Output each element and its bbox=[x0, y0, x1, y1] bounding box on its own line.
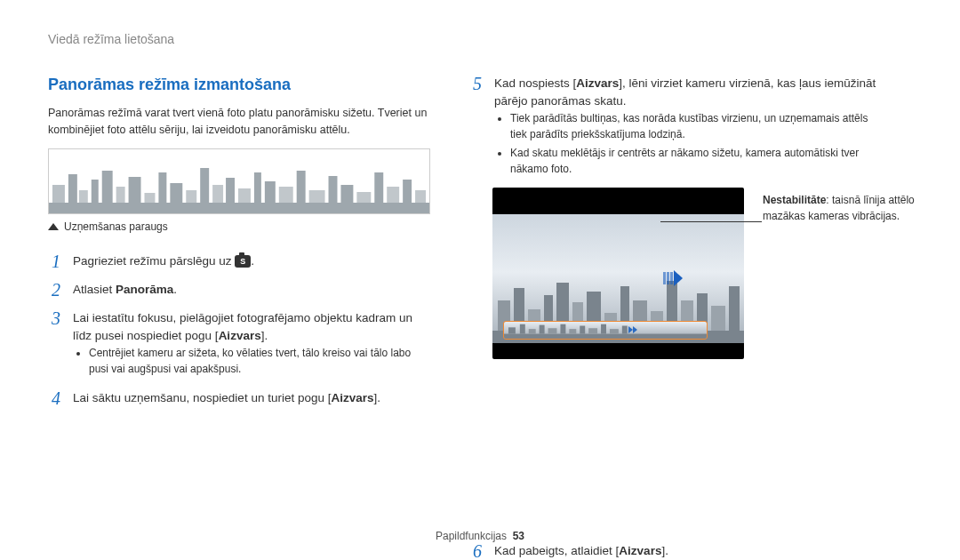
panorama-sample-image bbox=[48, 148, 430, 214]
direction-arrow-icon bbox=[663, 270, 683, 286]
svg-rect-7 bbox=[129, 177, 141, 203]
svg-rect-44 bbox=[729, 286, 740, 331]
svg-rect-50 bbox=[548, 328, 557, 333]
content-columns: Panorāmas režīma izmantošana Panorāmas r… bbox=[48, 73, 912, 560]
svg-rect-2 bbox=[68, 174, 77, 203]
triangle-up-icon bbox=[48, 223, 59, 230]
step-number: 3 bbox=[48, 308, 64, 329]
svg-rect-21 bbox=[329, 176, 338, 203]
svg-rect-5 bbox=[102, 171, 113, 203]
step-4: 4 Lai sāktu uzņemšanu, nospiediet un tur… bbox=[48, 388, 430, 409]
step6-pre: Kad pabeigts, atlaidiet [ bbox=[494, 544, 619, 557]
camera-preview bbox=[492, 188, 744, 359]
svg-rect-49 bbox=[540, 325, 545, 334]
step2-pre: Atlasiet bbox=[73, 283, 116, 296]
svg-rect-20 bbox=[309, 190, 325, 203]
svg-rect-54 bbox=[588, 328, 597, 333]
svg-rect-15 bbox=[238, 188, 251, 203]
step5-bullet-0: Tiek parādītās bultiņas, kas norāda kust… bbox=[510, 111, 878, 142]
svg-rect-4 bbox=[92, 180, 99, 203]
page-footer: Papildfunkcijas 53 bbox=[0, 529, 960, 544]
svg-rect-6 bbox=[116, 187, 125, 203]
svg-rect-51 bbox=[560, 324, 565, 334]
mode-dial-s-icon: S bbox=[235, 255, 251, 268]
left-column: Panorāmas režīma izmantošana Panorāmas r… bbox=[48, 73, 430, 560]
step5-bullet-1: Kad skatu meklētājs ir centrēts ar nākam… bbox=[510, 146, 878, 177]
step4-pre: Lai sāktu uzņemšanu, nospiediet un turie… bbox=[73, 391, 331, 404]
step1-post: . bbox=[251, 254, 254, 268]
svg-rect-26 bbox=[403, 180, 412, 203]
footer-label: Papildfunkcijas bbox=[436, 530, 507, 542]
step3-bold: Aizvars bbox=[219, 329, 261, 342]
svg-rect-57 bbox=[622, 326, 628, 334]
step3-post: ]. bbox=[261, 329, 268, 342]
svg-rect-19 bbox=[297, 171, 306, 203]
svg-rect-27 bbox=[415, 190, 426, 203]
svg-rect-9 bbox=[158, 172, 166, 203]
step5-bold: Aizvars bbox=[576, 76, 619, 90]
svg-rect-0 bbox=[49, 203, 429, 213]
svg-rect-1 bbox=[52, 185, 65, 203]
step6-post: ]. bbox=[661, 544, 668, 557]
section-title: Panorāmas režīma izmantošana bbox=[48, 73, 430, 96]
svg-rect-12 bbox=[200, 168, 209, 203]
step-1: 1 Pagrieziet režīmu pārslēgu uz S. bbox=[48, 251, 430, 272]
annotation-leader-line bbox=[660, 221, 762, 222]
svg-rect-13 bbox=[212, 185, 223, 203]
step-body: Lai sāktu uzņemšanu, nospiediet un turie… bbox=[73, 388, 380, 407]
intro-text: Panorāmas režīmā varat tvert vienā foto … bbox=[48, 105, 430, 137]
svg-rect-25 bbox=[387, 187, 399, 203]
step3-bullet: Centrējiet kameru ar sižeta, ko vēlaties… bbox=[89, 346, 430, 377]
svg-rect-47 bbox=[520, 324, 525, 334]
step4-bold: Aizvars bbox=[331, 391, 373, 404]
step-5: 5 Kad nospiests [Aizvars], lēni virziet … bbox=[469, 73, 878, 180]
step-body: Atlasiet Panorāma. bbox=[73, 279, 177, 299]
svg-rect-53 bbox=[580, 326, 585, 334]
svg-rect-22 bbox=[340, 185, 353, 203]
annotation-bold: Nestabilitāte bbox=[763, 194, 826, 206]
step1-pre: Pagrieziet režīmu pārslēgu uz bbox=[73, 254, 235, 268]
step-number: 5 bbox=[469, 73, 485, 94]
step-2: 2 Atlasiet Panorāma. bbox=[48, 279, 430, 300]
svg-rect-11 bbox=[186, 190, 196, 203]
svg-rect-3 bbox=[79, 190, 88, 203]
svg-rect-52 bbox=[569, 329, 576, 333]
svg-rect-16 bbox=[254, 172, 261, 203]
svg-rect-56 bbox=[610, 329, 619, 333]
caption-text: Uzņemšanas paraugs bbox=[64, 220, 168, 235]
svg-rect-45 bbox=[504, 334, 707, 339]
svg-rect-23 bbox=[356, 192, 371, 203]
svg-rect-55 bbox=[601, 324, 606, 334]
strip-direction-icon bbox=[628, 326, 637, 333]
panorama-strip-indicator bbox=[503, 321, 708, 340]
svg-rect-18 bbox=[279, 187, 293, 203]
svg-rect-14 bbox=[226, 178, 235, 203]
step5-pre: Kad nospiests [ bbox=[494, 76, 576, 90]
step6-bold: Aizvars bbox=[619, 544, 661, 557]
svg-rect-8 bbox=[144, 193, 155, 203]
step-number: 1 bbox=[48, 251, 64, 272]
step-body: Kad nospiests [Aizvars], lēni virziet ka… bbox=[494, 73, 878, 180]
svg-rect-24 bbox=[374, 172, 383, 203]
step4-post: ]. bbox=[373, 391, 380, 404]
step-body: Pagrieziet režīmu pārslēgu uz S. bbox=[73, 251, 254, 270]
sample-caption: Uzņemšanas paraugs bbox=[48, 220, 430, 235]
svg-rect-17 bbox=[265, 181, 276, 203]
svg-rect-48 bbox=[529, 329, 536, 333]
step-number: 2 bbox=[48, 279, 64, 300]
annotation-text: Nestabilitāte: taisnā līnija attēlo mazā… bbox=[763, 193, 940, 224]
step-number: 4 bbox=[48, 388, 64, 409]
svg-rect-10 bbox=[170, 183, 182, 203]
step2-post: . bbox=[173, 283, 177, 296]
svg-rect-43 bbox=[711, 306, 725, 331]
page-header: Viedā režīma lietošana bbox=[48, 30, 912, 48]
right-column: 5 Kad nospiests [Aizvars], lēni virziet … bbox=[469, 73, 878, 560]
step-body: Lai iestatītu fokusu, pielāgojiet fotogr… bbox=[73, 308, 430, 380]
step2-bold: Panorāma bbox=[116, 283, 173, 296]
footer-page-number: 53 bbox=[513, 530, 524, 542]
svg-rect-46 bbox=[508, 327, 516, 333]
step-3: 3 Lai iestatītu fokusu, pielāgojiet foto… bbox=[48, 308, 430, 380]
